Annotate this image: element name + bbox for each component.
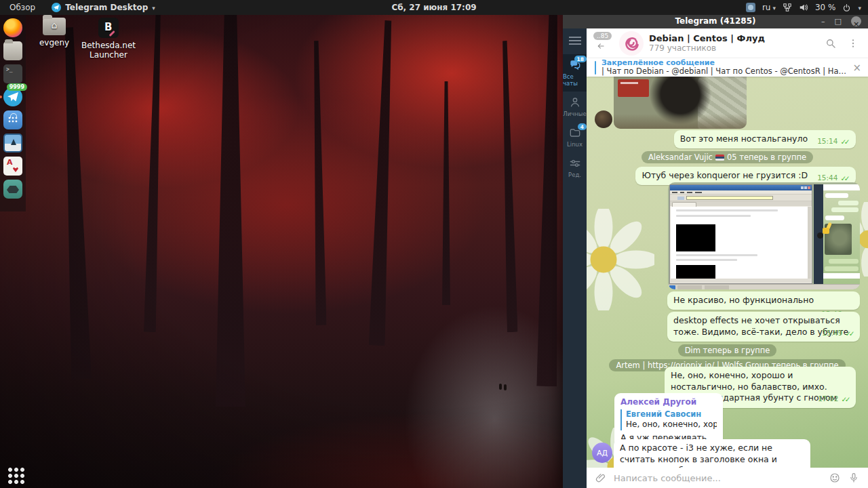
- service-message: Dim теперь в группе: [587, 344, 868, 357]
- folder-label: Ред.: [568, 171, 581, 178]
- tree-trunk: [499, 41, 517, 332]
- tree-trunk: [144, 14, 164, 332]
- folder-all-chats[interactable]: 18 Все чаты: [563, 54, 587, 92]
- thumbs-up-emoji: [821, 222, 835, 235]
- teal-app-icon[interactable]: [3, 180, 22, 199]
- message-text: А по красоте - i3 не хуже, если не счита…: [620, 443, 777, 468]
- chevron-down-icon: [152, 3, 155, 12]
- kebab-menu-icon[interactable]: [848, 37, 859, 49]
- sender-avatar[interactable]: АД: [592, 443, 612, 463]
- tree-trunk: [311, 41, 326, 325]
- pinned-accent-bar: [595, 61, 596, 75]
- message-text: Вот это меня ностальгануло: [680, 134, 808, 144]
- screenshot-browser-window: [669, 184, 812, 284]
- sliders-icon: [568, 157, 583, 170]
- app-menu-label: Telegram Desktop: [65, 3, 148, 12]
- message-time: 17:02: [818, 394, 838, 404]
- back-arrow-icon: [595, 41, 607, 54]
- maximize-button[interactable]: [835, 18, 842, 25]
- folder-badge: 4: [578, 123, 586, 130]
- sender-name[interactable]: Алексей Другой: [620, 397, 717, 408]
- software-center-icon[interactable]: [3, 110, 22, 129]
- attach-icon[interactable]: [595, 472, 607, 484]
- dock: 9999: [0, 15, 26, 211]
- back-button[interactable]: ..85: [593, 32, 614, 55]
- telegram-window: Telegram (41285) 18 Все чаты: [563, 14, 868, 488]
- emoji-icon[interactable]: [829, 472, 841, 484]
- firefox-icon[interactable]: [3, 18, 22, 37]
- keyboard-layout-indicator[interactable]: ru: [762, 3, 776, 12]
- tree-trunk: [369, 20, 397, 346]
- chat-avatar[interactable]: [619, 31, 644, 56]
- microphone-icon[interactable]: [848, 472, 860, 484]
- desktop-icon-label: Bethesda.net Launcher: [78, 41, 139, 60]
- chat-message-area[interactable]: Вот это меня ностальгануло 15:14 Aleksan…: [587, 77, 868, 468]
- message-text: Ютуб через konqueror не грузится :D: [642, 170, 808, 180]
- top-bar: Обзор Telegram Desktop Сб, 27 июня 17:09…: [0, 0, 868, 15]
- folder-edit[interactable]: Ред.: [563, 152, 587, 183]
- service-text: Aleksandar Vujic: [648, 152, 713, 162]
- reply-text: Не, оно, конечно, хорошо и ...: [626, 420, 717, 430]
- outgoing-message[interactable]: desktop effects не хочет открываться тож…: [667, 312, 860, 342]
- photo-message[interactable]: [614, 77, 747, 129]
- tree-trunk: [216, 0, 245, 407]
- clock[interactable]: Сб, 27 июня 17:09: [391, 3, 476, 12]
- folder-badge: 18: [574, 56, 586, 62]
- pinned-text: | Чат по Debian - @debianl | Чат по Cent…: [601, 67, 847, 77]
- folder-label: Личные: [563, 110, 586, 117]
- power-icon[interactable]: [842, 3, 851, 12]
- reply-quote[interactable]: Евгений Савосин Не, оно, конечно, хорошо…: [620, 409, 717, 430]
- chevron-down-icon[interactable]: [858, 3, 861, 12]
- network-icon[interactable]: [783, 3, 792, 12]
- files-icon[interactable]: [3, 41, 22, 60]
- desktop-icon-bethesda[interactable]: Bethesda.net Launcher: [81, 18, 136, 60]
- message-time: 15:14: [817, 137, 837, 146]
- show-applications-button[interactable]: [7, 466, 26, 485]
- service-text: Dim теперь в группе: [678, 344, 777, 357]
- close-button[interactable]: [851, 16, 861, 26]
- pinned-message-bar[interactable]: Закреплённое сообщение | Чат по Debian -…: [587, 58, 868, 77]
- walking-figure: [504, 384, 507, 390]
- telegram-unread-badge: 9999: [7, 83, 27, 91]
- search-icon[interactable]: [825, 37, 837, 49]
- outgoing-message[interactable]: Вот это меня ностальгануло 15:14: [674, 130, 856, 148]
- photo-detail: [618, 79, 649, 97]
- close-pinned-icon[interactable]: [852, 62, 861, 74]
- hamburger-menu-icon[interactable]: [569, 37, 581, 45]
- minimize-button[interactable]: [821, 18, 825, 25]
- tree-trunk: [442, 81, 450, 305]
- sender-avatar[interactable]: [595, 110, 612, 128]
- telegram-app-icon: [52, 3, 61, 12]
- message-time: 15:49: [822, 329, 842, 338]
- folder-icon: 4: [568, 126, 583, 140]
- home-folder-icon: [43, 18, 66, 35]
- activities-button[interactable]: Обзор: [9, 3, 35, 12]
- tree-trunk: [59, 27, 92, 380]
- telegram-dock-icon[interactable]: 9999: [3, 87, 22, 106]
- read-checks-icon: [845, 328, 854, 340]
- folder-personal[interactable]: Личные: [563, 92, 587, 122]
- reply-sender-name: Евгений Савосин: [626, 409, 717, 420]
- message-input[interactable]: [614, 473, 822, 483]
- chat-members-count: 779 участников: [649, 43, 819, 53]
- chat-title: Debian | Centos | Флуд: [649, 33, 819, 43]
- desktop-icon-label: evgeny: [27, 38, 81, 47]
- serbia-flag-icon: [715, 155, 724, 161]
- bethesda-launcher-icon: [98, 18, 119, 38]
- running-indicator: [0, 96, 2, 98]
- volume-icon[interactable]: [799, 3, 808, 12]
- image-viewer-icon[interactable]: [3, 134, 22, 152]
- incoming-message[interactable]: А по красоте - i3 не хуже, если не счита…: [614, 439, 810, 468]
- app-menu[interactable]: Telegram Desktop: [52, 3, 155, 12]
- telegram-tray-icon[interactable]: [746, 3, 755, 12]
- terminal-icon[interactable]: [3, 64, 22, 83]
- chat-header[interactable]: ..85 Debian | Centos | Флуд 779 участник…: [587, 28, 868, 58]
- desktop-icon-evgeny[interactable]: evgeny: [27, 18, 81, 47]
- folder-linux[interactable]: 4 Linux: [563, 122, 587, 152]
- chevron-down-icon: [772, 3, 776, 12]
- window-titlebar[interactable]: Telegram (41285): [563, 14, 868, 28]
- unread-counter-badge: ..85: [593, 32, 612, 40]
- service-text: 05 теперь в группе: [727, 152, 806, 162]
- screenshot-photo-message[interactable]: [668, 182, 860, 289]
- solitaire-icon[interactable]: [3, 157, 22, 176]
